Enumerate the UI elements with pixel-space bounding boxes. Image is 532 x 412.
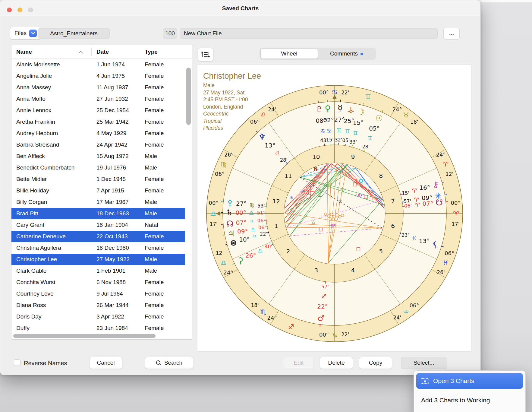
svg-text:26°: 26°	[245, 252, 256, 259]
table-row[interactable]: Diana Ross26 Mar 1944Female	[11, 299, 185, 311]
menu-item-add-charts[interactable]: Add 3 Charts to Working	[416, 395, 523, 405]
cell-name: Diana Ross	[16, 302, 46, 309]
chart-info-block: Christopher Lee Male 27 May 1922, Sat 2:…	[203, 72, 261, 133]
copy-button[interactable]: Copy	[359, 357, 392, 369]
chart-list-table: Name Date Type Alanis Morissette1 Jun 19…	[11, 45, 192, 340]
svg-text:13°: 13°	[419, 237, 430, 245]
title-bar[interactable]: Saved Charts	[0, 0, 480, 16]
table-row[interactable]: Barbra Streisand24 Apr 1942Female	[11, 139, 185, 151]
table-row[interactable]: Bette Midler1 Dec 1945Female	[11, 173, 185, 185]
tab-comments[interactable]: Comments	[318, 49, 375, 59]
cell-date: 23 Jun 1984	[96, 325, 128, 331]
select-context-menu: A Open 3 Charts Add 3 Charts to Working	[414, 370, 526, 412]
svg-text:17': 17'	[452, 221, 459, 227]
table-row[interactable]: Anna Moffo27 Jun 1932Female	[11, 93, 185, 105]
svg-text:♈: ♈	[412, 187, 417, 194]
chart-file-name-field[interactable]: Astro_Entertainers	[38, 28, 110, 39]
table-row[interactable]: Billie Holiday7 Apr 1915Female	[11, 185, 185, 196]
table-row[interactable]: Cary Grant18 Jan 1904Natal	[11, 219, 185, 231]
svg-text:♎: ♎	[257, 247, 263, 254]
column-divider[interactable]	[91, 48, 92, 56]
search-button[interactable]: Search	[145, 357, 193, 369]
table-row[interactable]: Duffy23 Jun 1984Female	[11, 322, 185, 333]
svg-text:28': 28'	[280, 157, 288, 163]
conjunction-cluster-icon	[341, 214, 344, 217]
table-header: Name Date Type	[11, 45, 192, 59]
column-divider[interactable]	[140, 48, 140, 56]
tab-wheel[interactable]: Wheel	[260, 49, 318, 59]
cell-name: Brad Pitt	[16, 210, 38, 217]
svg-text:00°: 00°	[319, 89, 329, 96]
cell-type: Male	[145, 256, 157, 263]
sort-order-button[interactable]	[198, 48, 213, 61]
new-chart-file-field[interactable]: New Chart File	[180, 28, 438, 39]
cell-name: Duffy	[16, 325, 30, 331]
zodiac-sign-glyph: ♋	[332, 88, 338, 96]
column-header-type[interactable]: Type	[145, 49, 158, 55]
svg-text:10°: 10°	[239, 236, 250, 243]
files-menu-button[interactable]: Files	[10, 27, 41, 40]
cell-date: 24 Apr 1942	[96, 141, 127, 148]
table-row[interactable]: Benedict Cumberbatch19 Jul 1976Male	[11, 162, 185, 173]
svg-text:32': 32'	[335, 137, 342, 143]
planet-lilith-glyph: ⚸	[432, 240, 438, 249]
table-row[interactable]: Audrey Hepburn4 May 1929Female	[11, 128, 185, 139]
edit-button[interactable]: Edit	[284, 357, 314, 369]
table-row[interactable]: Christina Aguilera18 Dec 1980Female	[11, 242, 185, 254]
table-row[interactable]: Catherine Deneuve22 Oct 1943Female	[11, 231, 185, 242]
cancel-button[interactable]: Cancel	[89, 357, 122, 369]
svg-text:♎: ♎	[249, 218, 254, 225]
table-row[interactable]: Conchita Wurst6 Nov 1988Female	[11, 277, 185, 288]
house-number-1: 1	[274, 222, 278, 230]
copy-button-label: Copy	[369, 360, 382, 366]
cell-type: Female	[145, 130, 164, 137]
aspect-glyph: △	[318, 192, 322, 197]
table-row[interactable]: Annie Lennox25 Dec 1954Female	[11, 105, 185, 116]
table-row[interactable]: Brad Pitt18 Dec 1963Male	[11, 208, 185, 219]
cell-type: Female	[145, 119, 164, 125]
table-row[interactable]: Clark Gable1 Feb 1901Male	[11, 265, 185, 277]
svg-text:26': 26'	[224, 152, 232, 158]
table-row[interactable]: Ben Affleck15 Aug 1972Male	[11, 151, 185, 162]
svg-text:07°: 07°	[423, 200, 433, 207]
table-row[interactable]: Courtney Love9 Jul 1964Female	[11, 288, 185, 299]
svg-text:15°: 15°	[353, 119, 364, 126]
table-row[interactable]: Anna Massey11 Aug 1937Female	[11, 82, 185, 93]
cell-type: Male	[145, 153, 157, 160]
cell-type: Female	[145, 233, 164, 240]
column-header-date[interactable]: Date	[96, 49, 109, 55]
select-button[interactable]: Select...	[401, 357, 446, 369]
vertical-scrollbar[interactable]	[186, 68, 191, 125]
house-number-9: 9	[351, 153, 355, 160]
chart-place: London, England	[203, 104, 261, 110]
svg-text:♊: ♊	[345, 128, 350, 135]
svg-text:♎: ♎	[250, 226, 256, 233]
svg-text:♊: ♊	[336, 127, 342, 134]
cell-date: 4 May 1929	[96, 130, 126, 137]
svg-text:00°: 00°	[319, 331, 329, 338]
column-header-name[interactable]: Name	[16, 49, 32, 55]
table-row[interactable]: Angelina Jolie4 Jun 1975Female	[11, 70, 185, 82]
table-rows: Alanis Morissette1 Jun 1974FemaleAngelin…	[11, 59, 185, 333]
svg-text:13°: 13°	[265, 142, 275, 149]
reverse-names-checkbox[interactable]	[14, 359, 20, 366]
conjunction-cluster-icon	[327, 215, 330, 217]
horizontal-scrollbar[interactable]	[13, 334, 156, 338]
svg-text:05': 05'	[342, 138, 350, 143]
table-row[interactable]: Alanis Morissette1 Jun 1974Female	[11, 59, 185, 70]
table-row[interactable]: Billy Corgan17 Mar 1967Male	[11, 196, 185, 208]
conjunction-cluster-icon	[330, 213, 333, 216]
delete-button[interactable]: Delete	[320, 357, 353, 369]
files-menu-label: Files	[14, 30, 27, 36]
menu-item-open-charts[interactable]: A Open 3 Charts	[416, 373, 523, 389]
cell-name: Aretha Franklin	[16, 119, 55, 125]
table-row[interactable]: Doris Day3 Apr 1922Female	[11, 311, 185, 322]
svg-text:15': 15'	[402, 190, 409, 196]
more-options-button[interactable]: ...	[443, 28, 460, 39]
planet-south-node-glyph: ☋	[436, 198, 443, 207]
cell-date: 18 Jan 1904	[96, 222, 128, 228]
table-row[interactable]: Aretha Franklin25 Mar 1942Female	[11, 116, 185, 128]
delete-button-label: Delete	[328, 360, 345, 366]
table-row[interactable]: Christopher Lee27 May 1922Male	[11, 254, 185, 265]
chart-gender: Male	[203, 83, 261, 88]
